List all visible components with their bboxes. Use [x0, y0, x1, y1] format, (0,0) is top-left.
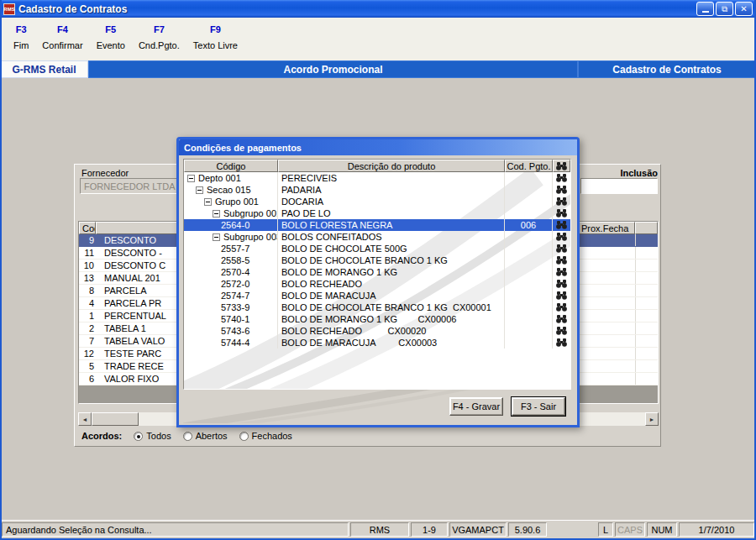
payment-search-cell[interactable]: [553, 196, 570, 207]
tree-collapse-icon[interactable]: [213, 233, 220, 241]
payment-desc-cell: BOLO DE MARACUJA: [278, 290, 505, 301]
radio-option-abertos[interactable]: Abertos: [183, 431, 228, 441]
payment-code-cell: 2570-4: [184, 266, 278, 278]
binoculars-icon: [556, 280, 567, 288]
dialog-titlebar[interactable]: Condições de pagamentos: [179, 139, 577, 155]
payment-row[interactable]: 2570-4BOLO DE MORANGO 1 KG: [184, 266, 570, 278]
tree-collapse-icon[interactable]: [204, 198, 212, 206]
payment-desc-cell: BOLO DE MARACUJA CX00003: [278, 337, 505, 349]
radio-icon-fechados[interactable]: [239, 432, 249, 441]
radio-option-todos[interactable]: Todos: [134, 431, 171, 441]
payment-table: Código Descrição do produto Cod. Pgto. D…: [183, 159, 571, 390]
payment-search-cell[interactable]: [553, 301, 570, 313]
payment-table-header: Código Descrição do produto Cod. Pgto.: [184, 160, 570, 172]
binoculars-icon: [556, 327, 567, 335]
header-cod-pgto[interactable]: Cod. Pgto.: [505, 160, 553, 172]
payment-row[interactable]: 5740-1BOLO DE MORANGO 1 KG CX00006: [184, 313, 570, 325]
payment-search-cell[interactable]: [553, 290, 570, 301]
restore-button[interactable]: ⧉: [716, 2, 733, 16]
payment-desc-cell: BOLO DE CHOCOLATE BRANCO 1 KG CX00001: [278, 301, 505, 313]
payment-desc-cell: PADARIA: [278, 184, 505, 196]
payment-row[interactable]: 5733-9BOLO DE CHOCOLATE BRANCO 1 KG CX00…: [184, 301, 570, 313]
header-codigo[interactable]: Código: [184, 160, 278, 172]
payment-code-cell: Subgrupo 003: [184, 231, 278, 243]
payment-row[interactable]: Secao 015PADARIA: [184, 184, 570, 196]
header-descricao[interactable]: Descrição do produto: [278, 160, 505, 172]
payment-code: 2574-7: [221, 291, 249, 301]
inclusao-input[interactable]: [580, 178, 658, 194]
payment-code: 5740-1: [221, 314, 249, 324]
payment-search-cell[interactable]: [553, 172, 570, 184]
payment-search-cell[interactable]: [553, 184, 570, 196]
payment-row[interactable]: 2572-0BOLO RECHEADO: [184, 278, 570, 290]
radio-icon-abertos[interactable]: [183, 432, 192, 441]
payment-search-cell[interactable]: [553, 266, 570, 278]
gravar-button[interactable]: F4 - Gravar: [449, 397, 503, 416]
contract-end-cell: [635, 247, 658, 259]
radio-icon-todos[interactable]: [134, 432, 143, 441]
payment-search-cell[interactable]: [553, 337, 570, 349]
tree-collapse-icon[interactable]: [196, 186, 203, 194]
payment-search-cell[interactable]: [553, 278, 570, 290]
payment-code: Depto 001: [198, 173, 241, 183]
payment-row[interactable]: Depto 001PERECIVEIS: [184, 172, 570, 184]
radio-label-todos: Todos: [146, 431, 171, 441]
scroll-left-button[interactable]: ◄: [78, 412, 92, 426]
payment-search-cell[interactable]: [553, 313, 570, 325]
header-search-column[interactable]: [553, 160, 570, 172]
payment-code: 2572-0: [221, 279, 249, 289]
payment-row[interactable]: 5743-6BOLO RECHEADO CX00020: [184, 325, 570, 337]
toolbar-item-key: F4: [42, 24, 82, 34]
radio-option-fechados[interactable]: Fechados: [239, 431, 292, 441]
payment-pgto-cell: [505, 207, 553, 219]
toolbar-item-f3[interactable]: F3Fim: [13, 24, 29, 50]
payment-pgto-cell: [505, 243, 553, 254]
header-cod[interactable]: Cod.: [79, 222, 96, 234]
payment-desc-cell: BOLO RECHEADO CX00020: [278, 325, 505, 337]
payment-row[interactable]: 2557-7BOLO DE CHOCOLATE 500G: [184, 243, 570, 254]
header-prox-fecha[interactable]: Prox.Fecha: [578, 222, 635, 234]
payment-search-cell[interactable]: [553, 254, 570, 266]
payment-desc-cell: BOLO RECHEADO: [278, 278, 505, 290]
payment-row[interactable]: Subgrupo 001PAO DE LO: [184, 207, 570, 219]
toolbar-item-f9[interactable]: F9Texto Livre: [193, 24, 238, 50]
binoculars-icon: [556, 209, 567, 218]
payment-search-cell[interactable]: [553, 219, 570, 231]
payment-pgto-cell: [505, 325, 553, 337]
minimize-button[interactable]: [696, 2, 714, 16]
payment-row[interactable]: 5744-4BOLO DE MARACUJA CX00003: [184, 337, 570, 349]
contract-prox-cell: [578, 297, 635, 309]
payment-search-cell[interactable]: [553, 243, 570, 254]
scrollbar-thumb[interactable]: [92, 412, 139, 426]
contract-end-cell: [635, 335, 658, 347]
payment-desc-cell: BOLO DE CHOCOLATE BRANCO 1 KG: [278, 254, 505, 266]
payment-code: 5733-9: [221, 302, 249, 312]
toolbar-item-f5[interactable]: F5Evento: [97, 24, 125, 50]
app-icon[interactable]: RMS: [3, 3, 15, 15]
payment-pgto-cell: [505, 313, 553, 325]
payment-row[interactable]: Grupo 001DOCARIA: [184, 196, 570, 207]
payment-row[interactable]: Subgrupo 003BOLOS CONFEITADOS: [184, 231, 570, 243]
contract-end-cell: [635, 310, 658, 322]
navbar-module-title: Acordo Promocional: [88, 60, 578, 78]
tree-collapse-icon[interactable]: [187, 175, 195, 182]
contract-cod-cell: 11: [79, 247, 96, 259]
navbar-screen-title: Cadastro de Contratos: [578, 60, 756, 78]
payment-search-cell[interactable]: [553, 325, 570, 337]
close-button[interactable]: ✕: [735, 2, 753, 16]
payment-row[interactable]: 2558-5BOLO DE CHOCOLATE BRANCO 1 KG: [184, 254, 570, 266]
binoculars-icon: [556, 256, 567, 265]
contract-end-cell: [635, 360, 658, 372]
toolbar-item-f4[interactable]: F4Confirmar: [42, 24, 82, 50]
payment-search-cell[interactable]: [553, 207, 570, 219]
window-titlebar[interactable]: RMS Cadastro de Contratos ⧉ ✕: [0, 0, 756, 18]
scroll-right-button[interactable]: ►: [645, 412, 659, 426]
payment-code: 2564-0: [221, 220, 249, 230]
payment-row[interactable]: 2564-0BOLO FLORESTA NEGRA006: [184, 219, 570, 231]
payment-desc-cell: BOLOS CONFEITADOS: [278, 231, 505, 243]
toolbar-item-f7[interactable]: F7Cnd.Pgto.: [139, 24, 180, 50]
payment-search-cell[interactable]: [553, 231, 570, 243]
sair-button[interactable]: F3 - Sair: [512, 397, 565, 416]
payment-row[interactable]: 2574-7BOLO DE MARACUJA: [184, 290, 570, 301]
tree-collapse-icon[interactable]: [213, 210, 220, 218]
